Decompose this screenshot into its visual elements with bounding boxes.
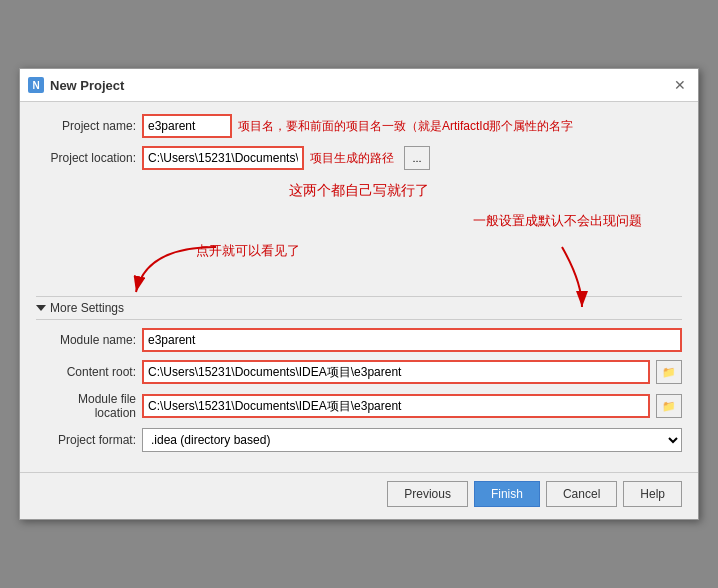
content-area: Project name: 项目名，要和前面的项目名一致（就是ArtifactI…: [20, 102, 698, 472]
folder-icon: 📁: [662, 366, 676, 379]
project-location-row: Project location: 项目生成的路径 ...: [36, 146, 682, 170]
project-format-label: Project format:: [36, 433, 136, 447]
project-location-annotation: 项目生成的路径: [310, 150, 394, 167]
module-name-label: Module name:: [36, 333, 136, 347]
module-name-row: Module name:: [36, 328, 682, 352]
project-name-label: Project name:: [36, 119, 136, 133]
arrow-left-svg: [116, 242, 236, 302]
project-format-row: Project format: .idea (directory based): [36, 428, 682, 452]
project-name-input[interactable]: [142, 114, 232, 138]
project-name-row: Project name: 项目名，要和前面的项目名一致（就是ArtifactI…: [36, 114, 682, 138]
content-root-row: Content root: 📁: [36, 360, 682, 384]
expand-icon: [36, 305, 46, 311]
close-button[interactable]: ✕: [670, 75, 690, 95]
project-format-select[interactable]: .idea (directory based): [142, 428, 682, 452]
module-file-label: Module file location: [36, 392, 136, 420]
previous-button[interactable]: Previous: [387, 481, 468, 507]
browse-button[interactable]: ...: [404, 146, 430, 170]
project-name-annotation: 项目名，要和前面的项目名一致（就是ArtifactId那个属性的名字: [238, 118, 573, 135]
arrow-right-svg: [502, 242, 662, 312]
center-annotation: 这两个都自己写就行了: [36, 182, 682, 200]
title-bar-left: N New Project: [28, 77, 124, 93]
annotation-right: 一般设置成默认不会出现问题: [473, 212, 642, 230]
help-button[interactable]: Help: [623, 481, 682, 507]
content-root-input[interactable]: [142, 360, 650, 384]
project-format-wrapper: .idea (directory based): [142, 428, 682, 452]
window-icon: N: [28, 77, 44, 93]
module-file-row: Module file location 📁: [36, 392, 682, 420]
content-root-browse-button[interactable]: 📁: [656, 360, 682, 384]
arrow-section: 点开就可以看见了 一般设置成默认不会出现问题: [36, 212, 682, 292]
finish-button[interactable]: Finish: [474, 481, 540, 507]
folder-icon-2: 📁: [662, 400, 676, 413]
project-location-input[interactable]: [142, 146, 304, 170]
module-file-browse-button[interactable]: 📁: [656, 394, 682, 418]
more-settings-section: Module name: Content root: 📁 Module file…: [36, 328, 682, 452]
footer: Previous Finish Cancel Help: [20, 472, 698, 519]
content-root-label: Content root:: [36, 365, 136, 379]
cancel-button[interactable]: Cancel: [546, 481, 617, 507]
more-settings-label: More Settings: [50, 301, 124, 315]
project-location-label: Project location:: [36, 151, 136, 165]
title-bar: N New Project ✕: [20, 69, 698, 102]
new-project-window: N New Project ✕ Project name: 项目名，要和前面的项…: [19, 68, 699, 520]
window-title: New Project: [50, 78, 124, 93]
module-name-input[interactable]: [142, 328, 682, 352]
module-file-input[interactable]: [142, 394, 650, 418]
